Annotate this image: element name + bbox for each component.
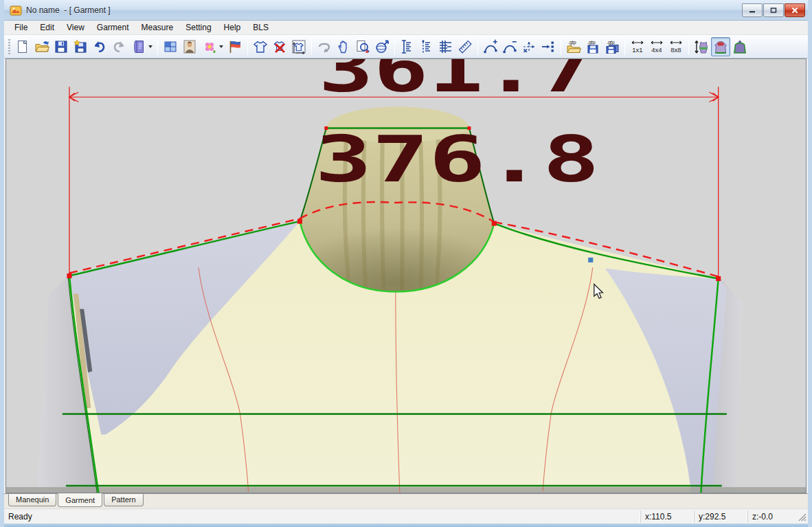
gtp-open-button[interactable]: .gtp xyxy=(564,37,583,56)
coordinate-z: z:-0.0 xyxy=(747,511,796,523)
rotate-view-icon xyxy=(317,39,332,54)
rotate-view-button[interactable] xyxy=(315,37,334,56)
gtp-save-button[interactable]: .gtp xyxy=(583,37,602,56)
menu-edit[interactable]: Edit xyxy=(34,21,60,34)
application-window: No name - [ Garment ] FileEditViewGarmen… xyxy=(0,0,812,527)
garment-icon xyxy=(253,39,268,54)
measurement-labels: 361.7 376.8 xyxy=(315,59,600,197)
grid-4x4-button[interactable]: 4x4 xyxy=(647,37,666,56)
svg-text:1x1: 1x1 xyxy=(632,45,642,53)
menu-setting[interactable]: Setting xyxy=(179,21,217,34)
new-document-button[interactable] xyxy=(13,37,32,56)
dropdown-caret-icon[interactable] xyxy=(219,45,223,48)
close-icon xyxy=(791,7,799,14)
zoom-3d-button[interactable] xyxy=(372,37,392,56)
gtp-save-as-icon: .gtp xyxy=(605,39,620,54)
show-mannequin-button[interactable] xyxy=(730,37,749,56)
menu-bar: FileEditViewGarmentMeasureSettingHelpBLS xyxy=(4,21,808,35)
dropdown-caret-icon[interactable] xyxy=(148,45,153,48)
gtp-open-icon: .gtp xyxy=(566,39,581,54)
menu-file[interactable]: File xyxy=(8,21,34,34)
zoom-page-icon xyxy=(355,39,370,54)
measure-double-icon xyxy=(438,39,453,54)
show-garment-button[interactable] xyxy=(711,37,730,56)
toolbar-separator xyxy=(477,38,478,55)
save-project-button[interactable] xyxy=(71,37,90,56)
menu-help[interactable]: Help xyxy=(218,21,247,34)
svg-text:8x8: 8x8 xyxy=(670,45,681,53)
minimize-icon xyxy=(748,7,756,14)
ruler-icon xyxy=(458,39,473,54)
control-point-neck-right[interactable] xyxy=(492,221,497,226)
grid-8x8-icon: 8x8 xyxy=(668,39,684,54)
viewport-layout-icon xyxy=(163,39,178,54)
mannequin-photo-icon xyxy=(182,39,197,54)
viewport-3d[interactable]: 361.7 376.8 xyxy=(5,58,807,493)
ruler-button[interactable] xyxy=(455,37,475,56)
measurement-value-width: 361.7 xyxy=(319,59,594,106)
measure-double-button[interactable] xyxy=(436,37,455,56)
svg-text:.gtp: .gtp xyxy=(587,39,596,45)
restore-button[interactable] xyxy=(763,3,784,17)
curve-add-point-button[interactable] xyxy=(481,37,500,56)
svg-text:.gtp: .gtp xyxy=(568,39,576,45)
menu-view[interactable]: View xyxy=(60,21,91,34)
gtp-save-icon: .gtp xyxy=(585,39,600,54)
window-controls xyxy=(741,3,805,17)
menu-bls[interactable]: BLS xyxy=(247,21,275,34)
zoom-page-button[interactable] xyxy=(353,37,372,56)
status-bar: Ready x:110.5 y:292.5 z:-0.0 xyxy=(4,508,808,524)
flag-button[interactable] xyxy=(225,37,245,56)
redo-button[interactable] xyxy=(109,37,128,56)
close-button[interactable] xyxy=(785,3,805,17)
control-point-shoulder-left[interactable] xyxy=(67,273,71,278)
toolbar-separator xyxy=(157,38,158,55)
pan-hand-button[interactable] xyxy=(334,37,353,56)
curve-del-point-button[interactable] xyxy=(500,37,519,56)
measurement-value-neck: 376.8 xyxy=(315,122,600,197)
notebook-button[interactable] xyxy=(128,37,155,56)
toolbar-grip[interactable] xyxy=(8,39,10,54)
control-point-neck-left[interactable] xyxy=(297,219,302,224)
garment-button[interactable] xyxy=(251,37,270,56)
coordinate-x: x:110.5 xyxy=(640,511,694,523)
tab-pattern[interactable]: Pattern xyxy=(104,494,143,506)
grid-4x4-icon: 4x4 xyxy=(649,39,664,54)
open-file-button[interactable] xyxy=(32,37,52,56)
point-align-button[interactable] xyxy=(539,37,558,56)
menu-measure[interactable]: Measure xyxy=(135,21,180,34)
curve-add-point-icon xyxy=(483,39,498,54)
toolbar-separator xyxy=(247,38,248,55)
control-point-selected-blue[interactable] xyxy=(588,258,593,262)
point-move-icon xyxy=(521,39,537,54)
garment-delete-button[interactable] xyxy=(270,37,289,56)
flower-button[interactable] xyxy=(199,37,225,56)
mannequin-photo-button[interactable] xyxy=(180,37,199,56)
title-bar: No name - [ Garment ] xyxy=(4,0,808,21)
resize-grip[interactable] xyxy=(796,511,808,523)
window-title: No name - [ Garment ] xyxy=(26,5,111,15)
undo-button[interactable] xyxy=(90,37,109,56)
control-point-shoulder-right[interactable] xyxy=(716,276,721,281)
tab-garment[interactable]: Garment xyxy=(58,493,102,507)
minimize-button[interactable] xyxy=(742,3,763,17)
gtp-save-as-button[interactable]: .gtp xyxy=(602,37,622,56)
open-file-icon xyxy=(34,39,49,54)
new-document-icon xyxy=(15,39,30,54)
fit-height-button[interactable] xyxy=(692,37,711,56)
garment-measure-button[interactable] xyxy=(289,37,308,56)
point-move-button[interactable] xyxy=(519,37,539,56)
measure-vertical-button[interactable] xyxy=(398,37,417,56)
flag-icon xyxy=(227,39,243,54)
save-file-button[interactable] xyxy=(52,37,71,56)
svg-text:4x4: 4x4 xyxy=(651,45,662,53)
grid-1x1-button[interactable]: 1x1 xyxy=(628,37,647,56)
grid-8x8-button[interactable]: 8x8 xyxy=(666,37,686,56)
save-file-icon xyxy=(54,39,69,54)
view-tabs: ManequinGarmentPattern xyxy=(4,493,808,508)
tab-manequin[interactable]: Manequin xyxy=(8,494,56,506)
measure-segment-button[interactable] xyxy=(417,37,436,56)
viewport-layout-button[interactable] xyxy=(161,37,180,56)
menu-garment[interactable]: Garment xyxy=(91,21,135,34)
flower-icon xyxy=(202,39,217,54)
